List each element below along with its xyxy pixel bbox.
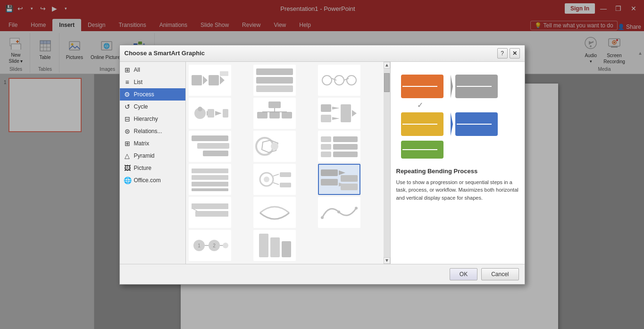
graphic-9[interactable] — [318, 131, 360, 162]
modal-footer: OK Cancel — [120, 264, 525, 284]
svg-point-66 — [271, 143, 278, 150]
category-process[interactable]: ⚙ Process — [120, 88, 185, 101]
category-process-label: Process — [134, 91, 154, 98]
svg-point-94 — [355, 207, 358, 210]
svg-line-80 — [273, 183, 279, 185]
svg-rect-35 — [256, 77, 293, 84]
graphic-3[interactable] — [318, 65, 360, 96]
svg-rect-82 — [280, 183, 291, 187]
svg-line-91 — [193, 209, 197, 211]
matrix-icon: ⊞ — [124, 140, 131, 147]
graphic-10[interactable] — [189, 164, 231, 195]
category-pyramid[interactable]: △ Pyramid — [120, 150, 185, 162]
scroll-up[interactable]: ▲ — [384, 62, 390, 68]
category-relations[interactable]: ⊜ Relations... — [120, 125, 185, 137]
category-hierarchy-label: Hierarchy — [134, 116, 158, 122]
svg-rect-52 — [282, 112, 292, 118]
graphic-4[interactable] — [189, 98, 231, 129]
scroll-track — [384, 68, 390, 257]
svg-rect-63 — [203, 151, 228, 156]
svg-line-38 — [332, 78, 336, 80]
relations-icon: ⊜ — [124, 127, 131, 135]
category-pyramid-label: Pyramid — [134, 152, 155, 159]
graphic-11[interactable] — [253, 164, 296, 195]
scroll-thumb[interactable] — [384, 73, 390, 92]
svg-text:2: 2 — [213, 243, 216, 248]
svg-rect-75 — [192, 182, 228, 186]
svg-rect-50 — [257, 112, 268, 118]
svg-rect-34 — [256, 68, 293, 75]
preview-panel: ✓ ✓ Repeating Bending Process — [390, 62, 525, 264]
graphic-1[interactable] — [189, 65, 231, 96]
category-officecom[interactable]: 🌐 Office.com — [120, 174, 185, 186]
modal-overlay: Choose a SmartArt Graphic ? ✕ ⊞ All ≡ Li… — [0, 0, 644, 329]
graphic-16[interactable]: 1 2 — [189, 230, 231, 261]
category-all[interactable]: ⊞ All — [120, 64, 185, 76]
svg-rect-103 — [270, 237, 280, 257]
svg-point-44 — [198, 107, 202, 111]
svg-rect-51 — [269, 112, 280, 118]
category-matrix-label: Matrix — [134, 140, 150, 147]
svg-rect-88 — [341, 184, 358, 190]
graphic-17[interactable] — [253, 230, 296, 261]
hierarchy-icon: ⊟ — [124, 115, 131, 123]
graphics-panel: 1 2 — [186, 62, 384, 264]
svg-marker-58 — [332, 117, 340, 120]
modal-body: ⊞ All ≡ List ⚙ Process ↺ Cycle ⊟ Hiera — [120, 62, 525, 264]
svg-rect-86 — [341, 175, 358, 182]
svg-rect-47 — [223, 109, 228, 118]
svg-rect-29 — [192, 75, 202, 85]
svg-rect-70 — [333, 136, 358, 142]
svg-marker-46 — [215, 111, 222, 116]
graphic-14[interactable] — [253, 197, 296, 228]
modal-title: Choose a SmartArt Graphic — [125, 50, 205, 57]
graphic-7[interactable] — [189, 131, 231, 162]
svg-rect-83 — [321, 169, 338, 176]
svg-rect-31 — [209, 75, 219, 85]
svg-rect-104 — [282, 241, 291, 257]
category-relations-label: Relations... — [134, 128, 162, 135]
svg-rect-69 — [321, 152, 331, 157]
cancel-button[interactable]: Cancel — [481, 268, 519, 280]
svg-rect-55 — [321, 104, 331, 112]
graphics-scrollbar: ▲ ▼ — [384, 62, 390, 264]
pyramid-icon: △ — [124, 152, 131, 160]
list-icon: ≡ — [124, 78, 131, 86]
svg-marker-84 — [339, 170, 345, 175]
svg-rect-33 — [220, 71, 228, 76]
graphic-8[interactable] — [253, 131, 296, 162]
preview-graphic: ✓ ✓ — [396, 67, 519, 162]
svg-point-101 — [223, 243, 228, 248]
category-panel: ⊞ All ≡ List ⚙ Process ↺ Cycle ⊟ Hiera — [120, 62, 186, 264]
category-matrix[interactable]: ⊞ Matrix — [120, 137, 185, 150]
graphic-13[interactable] — [189, 197, 231, 228]
picture-icon: 🖼 — [124, 164, 131, 172]
scroll-down[interactable]: ▼ — [384, 257, 390, 264]
all-icon: ⊞ — [124, 66, 131, 74]
svg-marker-30 — [203, 76, 208, 84]
category-picture[interactable]: 🖼 Picture — [120, 162, 185, 174]
svg-point-92 — [321, 216, 324, 219]
svg-rect-71 — [333, 144, 358, 150]
modal-close-button[interactable]: ✕ — [510, 48, 520, 59]
graphics-scrollable: 1 2 — [186, 62, 390, 264]
graphics-grid: 1 2 — [189, 65, 381, 261]
graphic-2[interactable] — [253, 65, 296, 96]
category-picture-label: Picture — [134, 165, 151, 171]
svg-point-41 — [347, 76, 356, 85]
category-cycle[interactable]: ↺ Cycle — [120, 101, 185, 113]
graphic-12-selected[interactable] — [318, 164, 360, 195]
category-list[interactable]: ≡ List — [120, 76, 185, 88]
ok-button[interactable]: OK — [450, 268, 477, 280]
svg-rect-76 — [192, 188, 228, 191]
svg-marker-113 — [443, 112, 453, 136]
svg-marker-57 — [332, 107, 340, 110]
svg-rect-48 — [268, 101, 281, 108]
svg-text:1: 1 — [198, 243, 201, 248]
svg-rect-89 — [192, 203, 228, 209]
graphic-5[interactable] — [253, 98, 296, 129]
category-hierarchy[interactable]: ⊟ Hierarchy — [120, 113, 185, 125]
modal-help-button[interactable]: ? — [497, 48, 508, 59]
graphic-15[interactable] — [318, 197, 360, 228]
graphic-6[interactable] — [318, 98, 360, 129]
